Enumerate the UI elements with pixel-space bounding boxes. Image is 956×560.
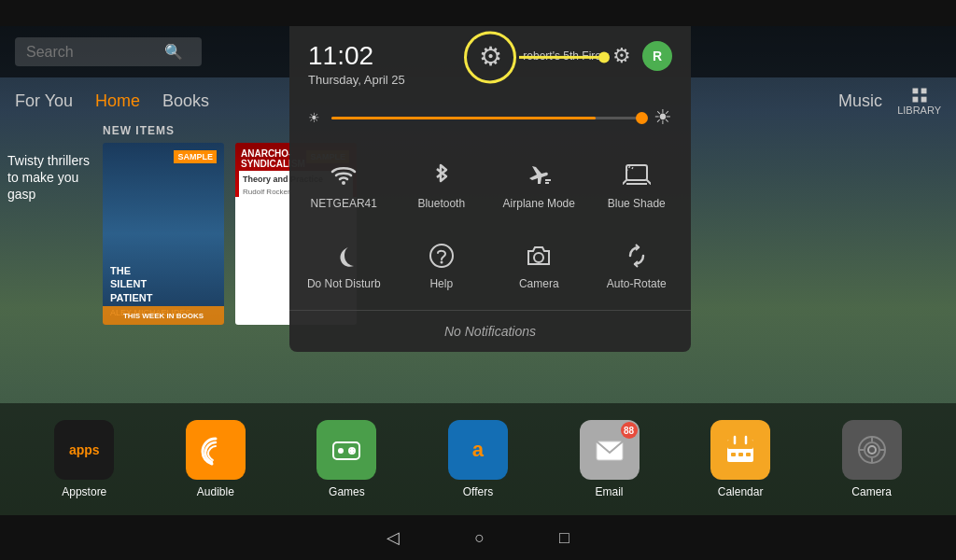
games-icon (316, 420, 376, 480)
airplane-label: Airplane Mode (503, 197, 575, 212)
blueshade-label: Blue Shade (608, 197, 666, 212)
nav-right: Music LIBRARY (838, 86, 941, 116)
svg-rect-14 (731, 453, 736, 456)
svg-rect-3 (921, 97, 926, 103)
app-calendar[interactable]: Calendar (710, 420, 770, 498)
panel-icons: ⚙ (612, 44, 631, 68)
app-email[interactable]: 88 Email (580, 420, 640, 498)
search-container[interactable]: 🔍 (15, 37, 202, 66)
svg-rect-16 (746, 453, 751, 456)
app-camera[interactable]: Camera (842, 420, 902, 498)
bluetooth-label: Bluetooth (417, 197, 465, 212)
help-icon (428, 242, 456, 270)
games-svg (330, 433, 363, 467)
toggle-blueshade[interactable]: Blue Shade (592, 150, 682, 223)
tab-home[interactable]: Home (95, 91, 140, 111)
offers-label: Offers (463, 485, 493, 498)
camera-svg (854, 432, 890, 468)
toggles-grid: NETGEAR41 Bluetooth Airplane Mode (289, 143, 691, 310)
toggle-camera[interactable]: Camera (494, 231, 584, 303)
settings-icon[interactable]: ⚙ (612, 44, 631, 68)
home-button[interactable]: ○ (474, 528, 485, 548)
svg-point-5 (338, 448, 344, 454)
library-button[interactable]: LIBRARY (897, 86, 941, 116)
svg-rect-15 (738, 453, 743, 456)
sample-badge-1: SAMPLE (174, 150, 217, 163)
panel-header: 11:02 Thursday, April 25 ⚙ robert's 5th … (289, 26, 691, 98)
brightness-fill (331, 117, 596, 119)
panel-avatar[interactable]: R (642, 41, 672, 71)
status-bar (0, 0, 956, 26)
gear-annotation: ⚙ (464, 31, 516, 83)
no-notifications: No Notifications (289, 310, 691, 352)
back-button[interactable]: ◁ (387, 527, 400, 548)
donotdisturb-label: Do Not Disturb (307, 277, 381, 292)
promo-text: Twisty thrillers to make you gasp (0, 152, 98, 203)
calendar-svg (723, 432, 758, 468)
grid-icon (910, 86, 929, 105)
svg-point-24 (342, 181, 345, 185)
panel-date: Thursday, April 25 (308, 73, 405, 87)
panel-time: 11:02 (308, 41, 405, 71)
toggle-bluetooth[interactable]: Bluetooth (397, 150, 487, 223)
svg-point-19 (868, 446, 876, 454)
tab-music[interactable]: Music (838, 91, 882, 111)
wifi-icon (330, 161, 358, 189)
svg-point-34 (440, 260, 443, 263)
appstore-label: Appstore (62, 485, 106, 498)
banner-text: THIS WEEK IN BOOKS (123, 312, 204, 320)
toggle-help[interactable]: Help (397, 231, 487, 303)
brightness-low-icon: ☀ (308, 110, 320, 125)
autorotate-icon (623, 242, 651, 270)
week-in-books-banner: THIS WEEK IN BOOKS (103, 306, 224, 325)
brightness-high-icon: ☀ (654, 105, 672, 130)
book-title-1: THESILENTPATIENT (110, 264, 217, 304)
toggle-autorotate[interactable]: Auto-Rotate (592, 231, 682, 303)
toggle-donotdisturb[interactable]: Do Not Disturb (299, 231, 389, 303)
app-offers[interactable]: a Offers (448, 420, 508, 498)
offers-icon: a (448, 420, 508, 480)
tab-for-you[interactable]: For You (15, 91, 73, 111)
email-label: Email (596, 485, 624, 498)
toggle-airplane[interactable]: Airplane Mode (494, 150, 584, 223)
gear-circle: ⚙ (464, 31, 516, 83)
recent-button[interactable]: □ (559, 528, 569, 548)
appstore-icon: apps (54, 420, 114, 480)
book-silent-patient[interactable]: SAMPLE THESILENTPATIENT ALEX MICHAELIDES… (103, 143, 224, 325)
autorotate-label: Auto-Rotate (607, 277, 667, 292)
airplane-icon (525, 161, 553, 189)
svg-point-18 (865, 442, 879, 457)
blueshade-icon (623, 161, 651, 189)
audible-icon (186, 420, 246, 480)
gear-arrow-dot (598, 51, 610, 63)
brightness-track[interactable] (331, 117, 642, 119)
notification-panel: 11:02 Thursday, April 25 ⚙ robert's 5th … (289, 26, 691, 352)
apps-row: apps Appstore Audible (0, 403, 956, 515)
svg-rect-0 (912, 89, 918, 94)
bluetooth-icon (428, 161, 456, 189)
search-input[interactable] (26, 44, 157, 61)
brightness-row: ☀ ☀ (289, 98, 691, 143)
camera-icon (842, 420, 902, 480)
toggle-wifi[interactable]: NETGEAR41 (299, 150, 389, 223)
camera-app-label: Camera (851, 485, 892, 498)
svg-line-30 (623, 180, 626, 184)
brightness-thumb (636, 112, 648, 124)
help-label: Help (429, 277, 453, 292)
app-games[interactable]: Games (316, 420, 376, 498)
calendar-label: Calendar (718, 485, 764, 498)
app-appstore[interactable]: apps Appstore (54, 420, 114, 498)
search-icon: 🔍 (164, 43, 183, 61)
gear-arrow-line (519, 55, 598, 58)
svg-point-35 (534, 253, 543, 262)
moon-icon (330, 242, 358, 270)
email-icon: 88 (580, 420, 640, 480)
camera-toggle-icon (525, 242, 553, 270)
audible-svg (199, 433, 232, 467)
new-items-label: NEW ITEMS (103, 124, 175, 137)
calendar-icon (710, 420, 770, 480)
tab-books[interactable]: Books (162, 91, 209, 111)
app-audible[interactable]: Audible (186, 420, 246, 498)
library-label: LIBRARY (897, 105, 941, 116)
email-svg (592, 432, 627, 468)
